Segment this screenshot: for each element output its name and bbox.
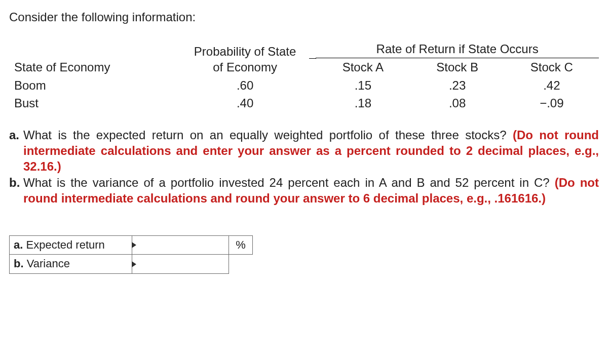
stock-a-header: Stock A bbox=[316, 58, 410, 76]
question-block: a. What is the expected return on an equ… bbox=[9, 127, 599, 206]
prob-header-line1: Probability of State bbox=[194, 45, 296, 58]
answer-b-marker: b. bbox=[14, 257, 24, 270]
stock-c-cell: −.09 bbox=[505, 94, 599, 112]
stock-b-cell: .23 bbox=[410, 76, 505, 94]
question-b: b. What is the variance of a portfolio i… bbox=[9, 175, 599, 206]
question-a: a. What is the expected return on an equ… bbox=[9, 127, 599, 175]
rate-header: Rate of Return if State Occurs bbox=[316, 40, 599, 58]
answer-a-label-text: Expected return bbox=[26, 238, 104, 251]
data-table: Probability of State of Economy Rate of … bbox=[9, 40, 599, 112]
question-a-marker: a. bbox=[9, 127, 23, 175]
stock-a-cell: .18 bbox=[316, 94, 410, 112]
state-header: State of Economy bbox=[9, 58, 174, 76]
answer-b-label: b. Variance bbox=[10, 255, 132, 274]
variance-input[interactable] bbox=[132, 255, 229, 274]
prob-header-line2: of Economy bbox=[213, 60, 277, 74]
stock-c-cell: .42 bbox=[505, 76, 599, 94]
table-row: Boom .60 .15 .23 .42 bbox=[9, 76, 599, 94]
input-caret-icon bbox=[132, 261, 136, 267]
stock-c-header: Stock C bbox=[505, 58, 599, 76]
answer-b-label-text: Variance bbox=[27, 257, 70, 270]
stock-a-cell: .15 bbox=[316, 76, 410, 94]
answer-a-marker: a. bbox=[14, 238, 23, 251]
expected-return-input[interactable] bbox=[132, 235, 229, 255]
question-a-text: What is the expected return on an equall… bbox=[23, 128, 513, 142]
intro-text: Consider the following information: bbox=[9, 9, 599, 25]
answer-a-unit: % bbox=[229, 235, 253, 255]
question-b-marker: b. bbox=[9, 175, 23, 206]
question-b-text: What is the variance of a portfolio inve… bbox=[23, 176, 555, 189]
answer-a-label: a. Expected return bbox=[10, 235, 132, 255]
input-caret-icon bbox=[132, 242, 136, 248]
answer-table: a. Expected return % b. Variance bbox=[9, 235, 253, 274]
table-row: Bust .40 .18 .08 −.09 bbox=[9, 94, 599, 112]
stock-b-header: Stock B bbox=[410, 58, 505, 76]
prob-cell: .60 bbox=[174, 76, 316, 94]
state-cell: Bust bbox=[9, 94, 174, 112]
stock-b-cell: .08 bbox=[410, 94, 505, 112]
state-cell: Boom bbox=[9, 76, 174, 94]
prob-cell: .40 bbox=[174, 94, 316, 112]
